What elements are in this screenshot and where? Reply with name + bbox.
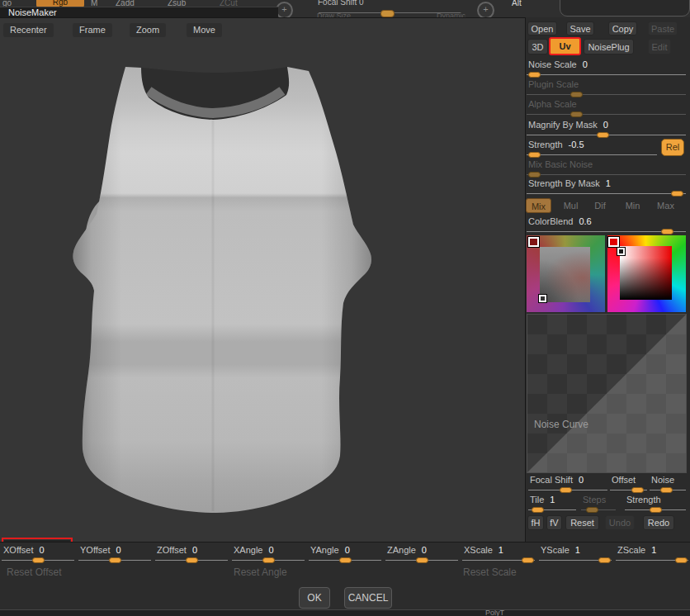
reset-offset-button[interactable]: Reset Offset (7, 566, 61, 578)
main-color-picker[interactable] (607, 235, 686, 312)
curve-strength-handle[interactable] (650, 507, 662, 513)
blend-mul-button[interactable]: Mul (558, 198, 584, 213)
curve-strength-slider[interactable]: Strength (625, 495, 686, 513)
noise-scale-slider[interactable]: Noise Scale0 (527, 59, 686, 78)
title-bar[interactable]: NoiseMaker (0, 7, 278, 18)
cancel-button[interactable]: CANCEL (344, 587, 392, 609)
blend-min-button[interactable]: Min (620, 198, 645, 213)
curve-offset-handle[interactable] (631, 487, 644, 493)
strength-by-mask-label: Strength By Mask (528, 178, 600, 188)
yscale-label: YScale (541, 545, 569, 555)
window-title: NoiseMaker (8, 7, 57, 17)
xscale-slider[interactable]: XScale1 (462, 545, 535, 563)
xoffset-slider[interactable]: XOffset0 (2, 545, 74, 563)
uv-mode-button[interactable]: Uv (549, 37, 581, 55)
strength-slider[interactable]: Strength-0.5 (527, 140, 657, 158)
focal-shift-shelf-handle[interactable] (380, 10, 395, 17)
open-button[interactable]: Open (527, 21, 557, 36)
noise-scale-handle[interactable] (528, 72, 541, 78)
flip-v-button[interactable]: fV (546, 515, 562, 530)
mix-basic-noise-track (527, 174, 686, 175)
yangle-label: YAngle (310, 545, 339, 555)
redo-button[interactable]: Redo (643, 515, 674, 530)
secondary-color-picker[interactable] (527, 235, 605, 312)
ok-button[interactable]: OK (299, 587, 330, 609)
curve-noise-handle[interactable] (660, 487, 673, 493)
brush-icon[interactable]: + (477, 2, 494, 17)
shelf-panel-edge (560, 0, 690, 17)
secondary-sv-marker[interactable] (539, 295, 546, 302)
yoffset-slider[interactable]: YOffset0 (78, 545, 151, 563)
garment-mesh-preview[interactable] (0, 18, 525, 543)
noise-curve-editor[interactable]: Noise Curve (527, 314, 687, 473)
yscale-handle[interactable] (598, 557, 611, 563)
tile-slider[interactable]: Tile1 (528, 495, 576, 513)
zoffset-handle[interactable] (186, 557, 198, 563)
mix-basic-noise-label: Mix Basic Noise (528, 159, 593, 169)
copy-button[interactable]: Copy (608, 21, 637, 36)
mix-basic-noise-slider: Mix Basic Noise (527, 159, 686, 178)
edit-button[interactable]: Edit (648, 39, 671, 54)
tile-handle[interactable] (532, 507, 544, 513)
noise-curve-label: Noise Curve (534, 419, 588, 430)
rel-button[interactable]: Rel (661, 139, 684, 156)
yangle-value: 0 (345, 545, 350, 555)
noise-scale-track (527, 74, 686, 75)
flip-h-button[interactable]: fH (527, 515, 544, 530)
yangle-slider[interactable]: YAngle0 (309, 545, 381, 563)
zscale-handle[interactable] (675, 557, 688, 563)
noise-scale-value: 0 (583, 59, 588, 69)
magnify-by-mask-handle[interactable] (597, 132, 609, 138)
zscale-slider[interactable]: ZScale1 (616, 545, 688, 563)
preview-canvas[interactable]: Recenter Frame Zoom Move (0, 17, 525, 543)
strength-by-mask-handle[interactable] (671, 191, 683, 197)
strength-handle[interactable] (528, 152, 541, 158)
blend-mix-button[interactable]: Mix (526, 198, 551, 213)
reset-scale-button[interactable]: Reset Scale (463, 566, 517, 578)
brush-icon[interactable]: + (276, 2, 293, 17)
paste-button[interactable]: Paste (648, 21, 678, 36)
polyt-button-partial: PolyT (485, 609, 504, 616)
curve-focal-shift-slider[interactable]: Focal Shift0 (528, 475, 607, 493)
reset-angle-button[interactable]: Reset Angle (234, 566, 287, 578)
colorblend-handle[interactable] (661, 229, 673, 235)
main-color-marker[interactable] (608, 237, 619, 247)
xangle-handle[interactable] (262, 557, 275, 563)
save-button[interactable]: Save (566, 21, 594, 36)
curve-focal-shift-handle[interactable] (560, 487, 572, 493)
yangle-handle[interactable] (339, 557, 352, 563)
xangle-slider[interactable]: XAngle0 (232, 545, 305, 563)
strength-by-mask-slider[interactable]: Strength By Mask1 (527, 178, 686, 197)
mix-basic-noise-handle (528, 172, 541, 178)
3d-mode-button[interactable]: 3D (527, 39, 548, 54)
yscale-slider[interactable]: YScale1 (539, 545, 612, 563)
curve-offset-slider[interactable]: Offset (610, 475, 647, 493)
steps-label: Steps (583, 495, 606, 505)
xoffset-label: XOffset (3, 545, 33, 555)
main-color-picker-square[interactable] (620, 246, 672, 300)
noiseplug-button[interactable]: NoisePlug (584, 39, 634, 54)
steps-handle (586, 507, 598, 513)
yoffset-handle[interactable] (109, 557, 121, 563)
undo-button[interactable]: Undo (605, 515, 635, 530)
secondary-color-marker[interactable] (528, 237, 539, 247)
main-sv-marker[interactable] (617, 248, 625, 255)
curve-noise-slider[interactable]: Noise (650, 475, 686, 493)
alpha-scale-label: Alpha Scale (528, 99, 577, 109)
magnify-by-mask-slider[interactable]: Magnify By Mask0 (527, 120, 686, 138)
strength-by-mask-track (527, 193, 686, 194)
colorblend-slider[interactable]: ColorBlend0.6 (527, 216, 686, 235)
curve-reset-button[interactable]: Reset (565, 515, 599, 530)
xoffset-handle[interactable] (32, 557, 45, 563)
strength-label: Strength (528, 140, 563, 149)
zoffset-value: 0 (192, 545, 197, 555)
secondary-color-picker-square[interactable] (540, 247, 590, 302)
blend-dif-button[interactable]: Dif (589, 198, 611, 213)
plugin-scale-label: Plugin Scale (528, 79, 579, 89)
blend-max-button[interactable]: Max (652, 198, 679, 213)
zangle-slider[interactable]: ZAngle0 (385, 545, 458, 563)
zangle-handle[interactable] (416, 557, 428, 563)
zoffset-slider[interactable]: ZOffset0 (155, 545, 228, 563)
xscale-value: 1 (499, 545, 503, 555)
xscale-handle[interactable] (522, 557, 534, 563)
